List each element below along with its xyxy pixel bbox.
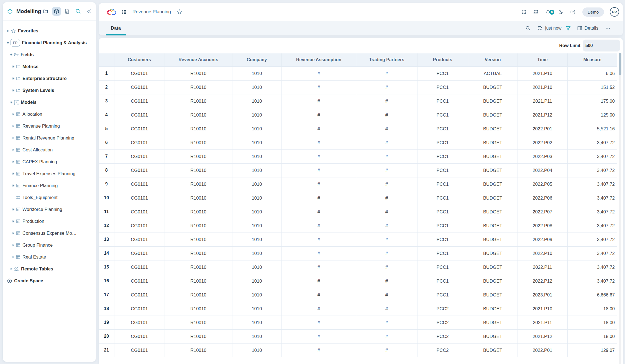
- row-number[interactable]: 8: [99, 163, 114, 177]
- expand-arrow-icon[interactable]: [9, 267, 13, 271]
- table-row[interactable]: 1CG0101R100101010##PCC1ACTUAL2021.P106.0…: [99, 66, 617, 80]
- cell-measure[interactable]: 3,407.72: [567, 191, 617, 205]
- cell[interactable]: CG0101: [114, 219, 165, 233]
- cell[interactable]: 2022.P04: [518, 163, 567, 177]
- cell[interactable]: CG0101: [114, 177, 165, 191]
- table-row[interactable]: 15CG0101R100101010##PCC1BUDGET2022.P113,…: [99, 260, 617, 274]
- cell-measure[interactable]: 3,407.72: [567, 219, 617, 233]
- cell[interactable]: ACTUAL: [468, 66, 518, 80]
- column-header-revenue-accounts[interactable]: Revenue Accounts: [165, 53, 232, 66]
- cell[interactable]: #: [281, 260, 356, 274]
- cell-measure[interactable]: 6.06: [567, 66, 617, 80]
- row-number[interactable]: 5: [99, 122, 114, 136]
- cell[interactable]: PCC1: [417, 288, 468, 302]
- table-row[interactable]: 13CG0101R100101010##PCC1BUDGET2022.P093,…: [99, 233, 617, 246]
- cell[interactable]: #: [281, 136, 356, 149]
- cell[interactable]: R10010: [165, 80, 232, 94]
- expand-arrow-icon[interactable]: [11, 208, 15, 211]
- row-limit-input[interactable]: 500: [583, 40, 620, 51]
- cell[interactable]: #: [281, 66, 356, 80]
- cell[interactable]: BUDGET: [468, 343, 518, 357]
- cell[interactable]: CG0101: [114, 108, 165, 122]
- cell[interactable]: BUDGET: [468, 108, 518, 122]
- cell[interactable]: #: [356, 219, 417, 233]
- cell[interactable]: CG0101: [114, 260, 165, 274]
- table-row[interactable]: 19CG0101R100101010##PCC2BUDGET2021.P1118…: [99, 316, 617, 329]
- tree-item-production[interactable]: Production: [3, 215, 96, 227]
- row-number[interactable]: 18: [99, 302, 114, 316]
- column-header-rownum[interactable]: [99, 53, 114, 66]
- cell[interactable]: CG0101: [114, 343, 165, 357]
- cell[interactable]: 2021.P10: [518, 80, 567, 94]
- cell-measure[interactable]: 3,407.72: [567, 274, 617, 288]
- cell[interactable]: CG0101: [114, 274, 165, 288]
- cell[interactable]: BUDGET: [468, 260, 518, 274]
- cell[interactable]: BUDGET: [468, 80, 518, 94]
- cell[interactable]: 2022.P08: [518, 219, 567, 233]
- cell[interactable]: 2022.P07: [518, 205, 567, 219]
- reports-button[interactable]: [63, 7, 72, 16]
- cell[interactable]: #: [356, 94, 417, 108]
- cell-measure[interactable]: 3,407.72: [567, 205, 617, 219]
- tree-item-favorites[interactable]: Favorites: [3, 25, 96, 37]
- cell[interactable]: CG0101: [114, 246, 165, 260]
- row-number[interactable]: 21: [99, 343, 114, 357]
- cell[interactable]: 2021.P10: [518, 302, 567, 316]
- expand-arrow-icon[interactable]: [11, 136, 15, 140]
- cell[interactable]: #: [281, 233, 356, 246]
- table-scrollbar-track[interactable]: [619, 53, 621, 364]
- cell[interactable]: CG0101: [114, 94, 165, 108]
- expand-arrow-icon[interactable]: [11, 124, 15, 128]
- cell[interactable]: 1010: [232, 80, 281, 94]
- cell-measure[interactable]: 3,407.72: [567, 246, 617, 260]
- table-row[interactable]: 12CG0101R100101010##PCC1BUDGET2022.P083,…: [99, 219, 617, 233]
- cell[interactable]: CG0101: [114, 66, 165, 80]
- cell[interactable]: BUDGET: [468, 149, 518, 163]
- cell[interactable]: BUDGET: [468, 136, 518, 149]
- cell[interactable]: R10010: [165, 274, 232, 288]
- cell[interactable]: CG0101: [114, 136, 165, 149]
- row-number[interactable]: 11: [99, 205, 114, 219]
- cell-measure[interactable]: 3,407.72: [567, 260, 617, 274]
- cell[interactable]: 1010: [232, 66, 281, 80]
- row-number[interactable]: 16: [99, 274, 114, 288]
- cell[interactable]: 1010: [232, 329, 281, 343]
- table-row[interactable]: 2CG0101R100101010##PCC1BUDGET2021.P10151…: [99, 80, 617, 94]
- cell-measure[interactable]: 3,407.72: [567, 163, 617, 177]
- cell[interactable]: BUDGET: [468, 316, 518, 329]
- cell[interactable]: BUDGET: [468, 177, 518, 191]
- cell[interactable]: #: [356, 163, 417, 177]
- cell[interactable]: BUDGET: [468, 233, 518, 246]
- cell[interactable]: R10010: [165, 205, 232, 219]
- cell[interactable]: #: [281, 302, 356, 316]
- demo-badge[interactable]: Demo: [582, 7, 604, 17]
- cell[interactable]: R10010: [165, 316, 232, 329]
- cell[interactable]: 1010: [232, 122, 281, 136]
- tree-item-remote-tables[interactable]: Remote Tables: [3, 263, 96, 275]
- notifications-bell-icon[interactable]: 0: [545, 9, 551, 15]
- cell[interactable]: 2022.P11: [518, 260, 567, 274]
- cell[interactable]: BUDGET: [468, 274, 518, 288]
- cell[interactable]: #: [281, 177, 356, 191]
- cell[interactable]: #: [281, 108, 356, 122]
- table-scrollbar-thumb[interactable]: [619, 53, 621, 75]
- row-number[interactable]: 9: [99, 177, 114, 191]
- cell[interactable]: PCC1: [417, 246, 468, 260]
- cell[interactable]: #: [356, 80, 417, 94]
- tree-item-real-estate[interactable]: Real Estate: [3, 251, 96, 263]
- cell[interactable]: PCC1: [417, 274, 468, 288]
- cell[interactable]: 2023.P01: [518, 288, 567, 302]
- cell[interactable]: 1010: [232, 274, 281, 288]
- cell[interactable]: R10010: [165, 136, 232, 149]
- row-number[interactable]: 14: [99, 246, 114, 260]
- expand-arrow-icon[interactable]: [9, 100, 13, 104]
- details-panel-icon[interactable]: [577, 25, 582, 31]
- cell[interactable]: 2022.P03: [518, 149, 567, 163]
- cell[interactable]: #: [356, 288, 417, 302]
- table-row[interactable]: 4CG0101R100101010##PCC1BUDGET2021.P12125…: [99, 108, 617, 122]
- cell[interactable]: R10010: [165, 122, 232, 136]
- tree-item-revenue-planning[interactable]: Revenue Planning: [3, 120, 96, 132]
- cell-measure[interactable]: 18.00: [567, 316, 617, 329]
- cell[interactable]: CG0101: [114, 316, 165, 329]
- cell[interactable]: #: [356, 191, 417, 205]
